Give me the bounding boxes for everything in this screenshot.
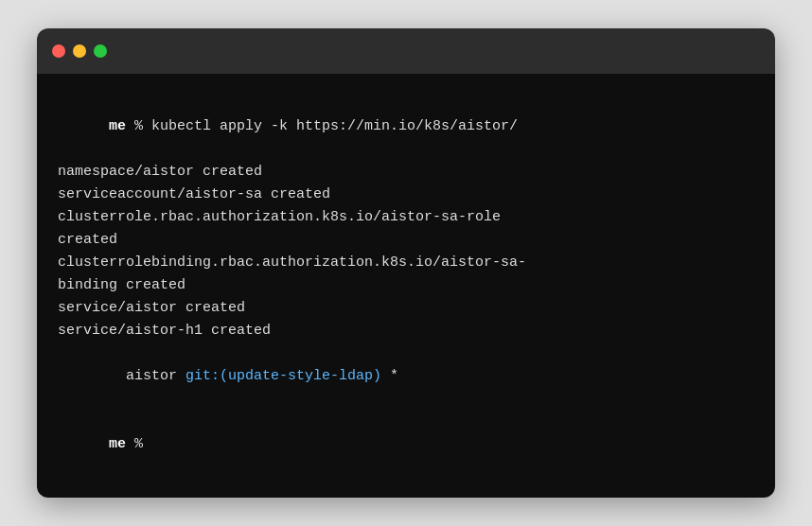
maximize-button[interactable] xyxy=(94,44,107,58)
terminal-line-binding: binding created xyxy=(58,274,754,297)
terminal-line-prompt: me % xyxy=(58,411,754,479)
terminal-line-crb: clusterrolebinding.rbac.authorization.k8… xyxy=(58,252,754,274)
terminal-line-created1: created xyxy=(58,229,754,252)
close-button[interactable] xyxy=(52,44,65,58)
terminal-window: me % kubectl apply -k https://min.io/k8s… xyxy=(37,28,775,498)
git-dirty: * xyxy=(381,368,398,384)
terminal-line-git: aistor git:(update-style-ldap) * xyxy=(58,342,754,411)
minimize-button[interactable] xyxy=(73,44,86,58)
terminal-line-cmd: me % kubectl apply -k https://min.io/k8s… xyxy=(58,93,754,161)
git-branch: git:(update-style-ldap) xyxy=(185,368,381,384)
title-bar xyxy=(37,28,775,74)
terminal-body: me % kubectl apply -k https://min.io/k8s… xyxy=(37,74,775,498)
prompt-user: me xyxy=(109,118,126,134)
terminal-line-sa: serviceaccount/aistor-sa created xyxy=(58,184,754,206)
terminal-line-clusterrole: clusterrole.rbac.authorization.k8s.io/ai… xyxy=(58,206,754,229)
cmd-text: % kubectl apply -k https://min.io/k8s/ai… xyxy=(126,118,518,134)
terminal-line-service: service/aistor created xyxy=(58,297,754,320)
terminal-line-service-h1: service/aistor-h1 created xyxy=(58,320,754,342)
prompt-user-2: me xyxy=(109,436,126,452)
git-dir-prefix: aistor xyxy=(109,368,185,384)
prompt-symbol: % xyxy=(126,436,143,452)
terminal-line-namespace: namespace/aistor created xyxy=(58,161,754,184)
